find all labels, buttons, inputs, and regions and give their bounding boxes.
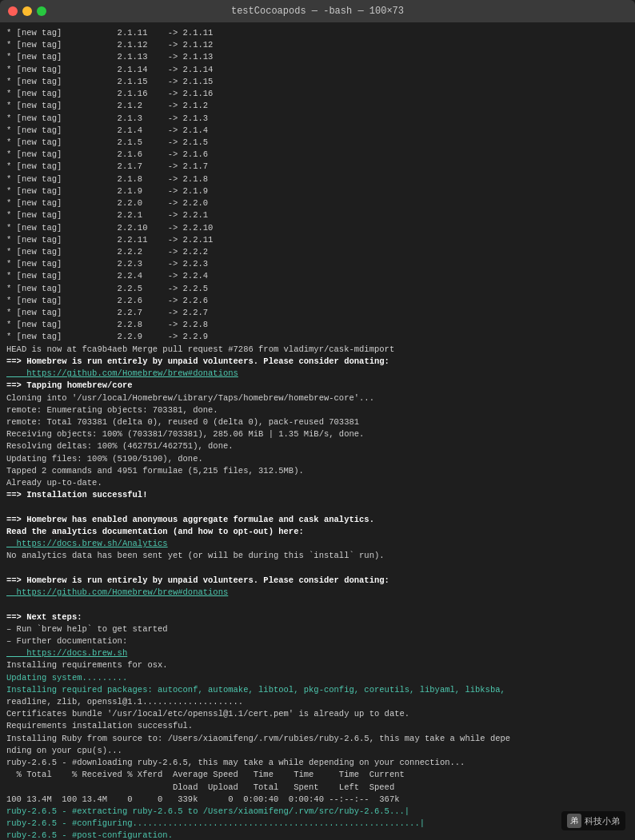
watermark-icon: 弟 bbox=[567, 814, 581, 828]
watermark-label: 科技小弟 bbox=[585, 815, 620, 827]
watermark: 弟 科技小弟 bbox=[561, 811, 625, 830]
traffic-lights bbox=[8, 6, 46, 16]
close-button[interactable] bbox=[8, 6, 18, 16]
window-title: testCocoapods — -bash — 100×73 bbox=[231, 6, 404, 17]
terminal[interactable]: * [new tag] 2.1.11 -> 2.1.11 * [new tag]… bbox=[0, 22, 635, 840]
maximize-button[interactable] bbox=[37, 6, 46, 16]
titlebar: testCocoapods — -bash — 100×73 bbox=[0, 0, 635, 22]
minimize-button[interactable] bbox=[22, 6, 32, 16]
